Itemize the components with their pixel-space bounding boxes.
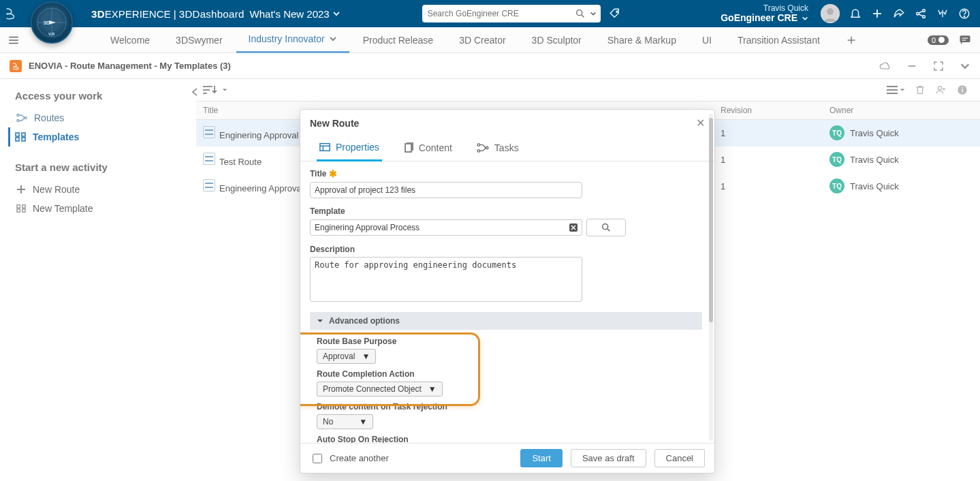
tab-industry-innovator[interactable]: Industry Innovator bbox=[236, 27, 349, 53]
trash-icon[interactable] bbox=[915, 84, 926, 95]
properties-icon bbox=[319, 142, 330, 152]
routes-icon bbox=[16, 113, 27, 123]
col-revision[interactable]: Revision bbox=[714, 102, 823, 120]
sidebar-item-new-route[interactable]: New Route bbox=[15, 180, 184, 199]
tag-icon[interactable] bbox=[609, 7, 621, 20]
notification-pill[interactable]: 0 bbox=[928, 35, 949, 45]
app-icon bbox=[10, 60, 22, 72]
tab-3d-sculptor[interactable]: 3D Sculptor bbox=[520, 27, 594, 53]
menu-icon[interactable] bbox=[4, 34, 23, 46]
svg-point-19 bbox=[964, 16, 964, 17]
chevron-down-icon[interactable] bbox=[960, 61, 970, 72]
modal-tab-tasks[interactable]: Tasks bbox=[474, 136, 522, 161]
plus-icon[interactable] bbox=[871, 7, 883, 20]
description-label: Description bbox=[310, 245, 355, 254]
expand-icon[interactable] bbox=[932, 60, 945, 72]
svg-rect-35 bbox=[22, 138, 25, 141]
add-tab-button[interactable] bbox=[846, 35, 857, 46]
svg-line-63 bbox=[607, 229, 610, 231]
route-completion-value: Promote Connected Object bbox=[323, 384, 422, 394]
template-combo[interactable]: Enginering Approval Process bbox=[310, 219, 582, 236]
modal-tab-label: Properties bbox=[336, 142, 379, 153]
cancel-button[interactable]: Cancel bbox=[654, 449, 705, 467]
share-nodes-icon[interactable] bbox=[915, 7, 927, 20]
share-arrow-icon[interactable] bbox=[893, 7, 905, 20]
sidebar-item-routes[interactable]: Routes bbox=[15, 108, 184, 127]
tab-ui[interactable]: UI bbox=[690, 27, 724, 53]
route-base-purpose-dropdown[interactable]: Approval ▼ bbox=[317, 349, 376, 364]
route-completion-dropdown[interactable]: Promote Connected Object ▼ bbox=[317, 382, 443, 397]
save-draft-button[interactable]: Save as draft bbox=[571, 449, 646, 467]
modal-body: Title✱ Template Enginering Approval Proc… bbox=[300, 161, 714, 443]
advanced-options-toggle[interactable]: Advanced options bbox=[310, 312, 702, 330]
sidebar-label-new-route: New Route bbox=[33, 184, 80, 195]
caret-down-icon: ▼ bbox=[359, 417, 367, 426]
caret-icon[interactable] bbox=[222, 87, 227, 93]
tab-transition-assistant[interactable]: Transition Assistant bbox=[725, 27, 832, 53]
modal-title: New Route bbox=[310, 118, 359, 129]
start-button[interactable]: Start bbox=[520, 449, 562, 467]
list-view-icon[interactable] bbox=[886, 85, 905, 95]
create-another-input[interactable] bbox=[313, 454, 322, 463]
template-search-button[interactable] bbox=[586, 219, 626, 236]
create-another-checkbox[interactable]: Create another bbox=[310, 452, 389, 465]
template-label: Template bbox=[310, 206, 345, 216]
add-user-icon[interactable] bbox=[935, 84, 947, 95]
tab-product-release[interactable]: Product Release bbox=[351, 27, 446, 53]
modal-tab-content[interactable]: Content bbox=[401, 136, 455, 161]
demote-label: Demote content on Task rejection bbox=[317, 402, 699, 412]
sort-icon[interactable] bbox=[202, 84, 217, 95]
autostop-label: Auto Stop On Rejection bbox=[317, 435, 699, 443]
minimize-icon[interactable] bbox=[906, 61, 917, 72]
col-owner[interactable]: Owner bbox=[823, 102, 980, 120]
clear-icon[interactable] bbox=[569, 223, 578, 232]
svg-rect-25 bbox=[960, 35, 970, 42]
help-icon[interactable] bbox=[958, 7, 970, 20]
user-avatar[interactable] bbox=[821, 4, 840, 23]
content-icon bbox=[404, 142, 413, 153]
svg-rect-38 bbox=[17, 205, 20, 208]
tab-3dswymer[interactable]: 3DSwymer bbox=[163, 27, 234, 53]
tenant-name: GoEngineer CRE bbox=[721, 13, 797, 23]
sidebar-section-access: Access your work bbox=[15, 90, 184, 102]
close-icon[interactable]: ✕ bbox=[696, 117, 705, 129]
app-title: ENOVIA - Route Management - My Templates… bbox=[29, 61, 231, 71]
sidebar-item-new-template[interactable]: New Template bbox=[15, 199, 184, 218]
ifwe-icon[interactable] bbox=[936, 7, 949, 20]
search-icon[interactable] bbox=[575, 8, 586, 19]
row-owner: Travis Quick bbox=[850, 181, 899, 191]
svg-point-59 bbox=[477, 150, 480, 153]
whats-new-dropdown[interactable]: What's New 2023 bbox=[250, 8, 341, 20]
title-input[interactable] bbox=[310, 182, 582, 198]
app-bar: ENOVIA - Route Management - My Templates… bbox=[0, 53, 980, 79]
templates-icon bbox=[15, 132, 26, 142]
demote-dropdown[interactable]: No ▼ bbox=[317, 414, 373, 429]
tab-list: Welcome3DSwymerIndustry InnovatorProduct… bbox=[98, 27, 857, 53]
user-block[interactable]: Travis Quick GoEngineer CRE bbox=[721, 4, 808, 24]
demote-value: No bbox=[323, 417, 333, 426]
info-icon[interactable] bbox=[957, 84, 968, 95]
route-base-purpose-value: Approval bbox=[323, 352, 355, 361]
modal-tab-properties[interactable]: Properties bbox=[317, 136, 382, 161]
whats-new-label: What's New 2023 bbox=[250, 8, 330, 20]
svg-line-16 bbox=[919, 11, 923, 13]
compass-widget[interactable]: 3D V.R bbox=[31, 1, 73, 44]
owner-avatar: TQ bbox=[829, 125, 844, 140]
svg-rect-40 bbox=[17, 209, 20, 212]
comments-icon[interactable] bbox=[958, 34, 972, 46]
advanced-label: Advanced options bbox=[329, 316, 400, 326]
cloud-icon[interactable] bbox=[878, 61, 891, 72]
search-input[interactable] bbox=[426, 8, 575, 19]
description-input[interactable] bbox=[310, 257, 582, 302]
search-caret-icon[interactable] bbox=[590, 10, 597, 17]
chevron-down-icon bbox=[802, 15, 808, 22]
pill-count: 0 bbox=[932, 36, 936, 44]
sidebar-item-templates[interactable]: Templates bbox=[8, 127, 184, 146]
global-search[interactable] bbox=[422, 5, 601, 22]
bell-icon[interactable] bbox=[849, 7, 862, 20]
row-title: Enginering Approval P bbox=[219, 130, 307, 140]
tab-welcome[interactable]: Welcome bbox=[98, 27, 162, 53]
tab-3d-creator[interactable]: 3D Creator bbox=[447, 27, 518, 53]
tab-share-markup[interactable]: Share & Markup bbox=[595, 27, 689, 53]
owner-avatar: TQ bbox=[829, 179, 844, 193]
